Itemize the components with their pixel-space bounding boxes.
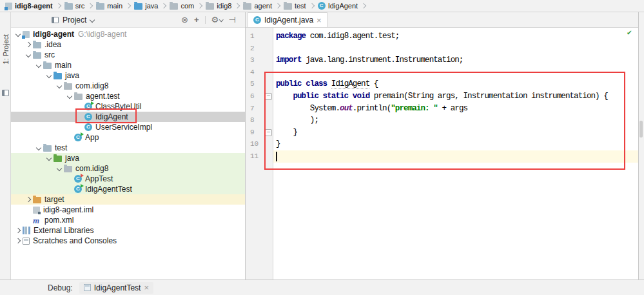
tree-toggle[interactable] bbox=[44, 74, 54, 77]
breadcrumb-item-label: test bbox=[295, 2, 306, 10]
tree-item-idigagent[interactable]: IdigAgent bbox=[11, 112, 245, 122]
class-icon bbox=[74, 175, 82, 183]
tree-toggle[interactable] bbox=[34, 63, 43, 67]
tree-item-main[interactable]: main bbox=[11, 60, 245, 70]
tree-item-label: .idea bbox=[44, 40, 61, 49]
code-token: java.lang.instrument.Instrumentation; bbox=[302, 56, 463, 65]
tree-item-apptest[interactable]: AppTest bbox=[11, 174, 245, 184]
breadcrumb-item-agent[interactable]: agent bbox=[242, 2, 273, 10]
tree-item-com-idig8[interactable]: com.idig8 bbox=[11, 81, 245, 91]
hide-panel-icon[interactable]: ⊣ bbox=[229, 15, 236, 24]
code-token: } bbox=[276, 128, 297, 137]
tree-item-hint: G:\idig8-agent bbox=[78, 30, 126, 39]
code-token: public static void bbox=[293, 92, 369, 101]
line-number-filler bbox=[246, 163, 264, 280]
tree-item-pom-xml[interactable]: pom.xml bbox=[11, 215, 245, 225]
code-token: out bbox=[340, 104, 353, 113]
breadcrumb-item-test[interactable]: test bbox=[282, 2, 307, 10]
scratches-icon bbox=[23, 238, 30, 245]
settings-icon[interactable]: ⚙ bbox=[211, 15, 223, 24]
code-token: "premain: " bbox=[391, 104, 438, 113]
tree-toggle[interactable] bbox=[24, 198, 33, 201]
fold-gutter bbox=[264, 66, 273, 79]
tree-item-scratches-and-consoles[interactable]: Scratches and Consoles bbox=[11, 236, 245, 246]
tree-toggle[interactable] bbox=[55, 84, 64, 88]
tree-toggle[interactable] bbox=[55, 167, 64, 170]
fold-gutter bbox=[264, 114, 273, 127]
breadcrumb-item-com[interactable]: com bbox=[168, 2, 195, 10]
iml-icon bbox=[33, 207, 40, 214]
breadcrumb-item-main[interactable]: main bbox=[95, 2, 124, 10]
tree-item-userserviceimpl[interactable]: UserServiceImpl bbox=[11, 122, 245, 132]
tree-item-label: App bbox=[85, 133, 99, 142]
text-caret bbox=[276, 152, 277, 161]
fold-gutter bbox=[264, 90, 273, 103]
tree-item-label: ClassByteUtil bbox=[95, 102, 141, 111]
tree-toggle[interactable] bbox=[14, 229, 23, 232]
debug-tab-idigagenttest[interactable]: IdigAgentTest × bbox=[79, 282, 153, 294]
fold-marker-icon[interactable] bbox=[265, 93, 272, 100]
locate-file-icon[interactable]: + bbox=[194, 15, 199, 24]
breadcrumb-item-idig8-agent[interactable]: idig8-agent bbox=[4, 2, 54, 10]
tree-item-java[interactable]: java bbox=[11, 70, 245, 81]
tree-item-target[interactable]: target bbox=[11, 194, 245, 205]
breadcrumb-item-idigagent[interactable]: IdigAgent bbox=[317, 2, 359, 10]
scrollbar-thumb[interactable] bbox=[639, 121, 643, 137]
tree-item-label: idig8-agent.iml bbox=[43, 205, 93, 214]
debug-bar-label: Debug: bbox=[48, 283, 73, 292]
collapse-all-icon[interactable]: ⊗ bbox=[181, 15, 188, 24]
code-text: } bbox=[273, 127, 638, 139]
project-view-selector[interactable]: Project bbox=[52, 15, 94, 25]
tree-toggle[interactable] bbox=[14, 239, 23, 243]
tree-toggle[interactable] bbox=[24, 43, 33, 46]
module-icon bbox=[5, 3, 12, 10]
package-icon bbox=[170, 3, 178, 10]
tool-window-button-label: 1: Project bbox=[2, 34, 10, 64]
package-icon bbox=[64, 83, 72, 90]
breadcrumb-item-src[interactable]: src bbox=[63, 2, 86, 10]
chevron-right-icon bbox=[15, 228, 21, 233]
tree-toggle[interactable] bbox=[44, 156, 54, 160]
inspections-ok-icon[interactable]: ✔ bbox=[627, 28, 632, 37]
tree-toggle[interactable] bbox=[14, 32, 23, 36]
code-text: public class IdigAgent { bbox=[273, 78, 638, 90]
tree-toggle[interactable] bbox=[34, 146, 43, 150]
code-line: 3import java.lang.instrument.Instrumenta… bbox=[246, 54, 638, 66]
tree-item-idigagenttest[interactable]: IdigAgentTest bbox=[11, 184, 245, 194]
tree-toggle[interactable] bbox=[65, 94, 74, 98]
tree-item-idig8-agent[interactable]: idig8-agentG:\idig8-agent bbox=[11, 29, 245, 39]
tree-toggle[interactable] bbox=[24, 53, 33, 57]
tree-item-idig8-agent-iml[interactable]: idig8-agent.iml bbox=[11, 205, 245, 215]
tree-item-agent-test[interactable]: agent.test bbox=[11, 91, 245, 101]
line-number: 11 bbox=[246, 150, 264, 163]
chevron-down-icon bbox=[36, 145, 41, 150]
tree-item-src[interactable]: src bbox=[11, 50, 245, 60]
tree-item-label: target bbox=[44, 195, 64, 204]
fold-marker-icon[interactable] bbox=[265, 129, 272, 136]
project-header-toolbar: ⊗ + ⚙ ⊣ bbox=[181, 15, 236, 24]
code-token bbox=[327, 79, 331, 88]
tree-item-classbyteutil[interactable]: ClassByteUtil bbox=[11, 101, 245, 112]
editor-tab-idigagent-java[interactable]: IdigAgent.java × bbox=[248, 12, 327, 27]
tree-item-java[interactable]: java bbox=[11, 153, 245, 163]
tree-item-com-idig8[interactable]: com.idig8 bbox=[11, 163, 245, 174]
tool-window-button-project[interactable]: 1: Project bbox=[0, 34, 11, 66]
class-icon bbox=[74, 185, 82, 193]
project-panel-header: Project ⊗ + ⚙ ⊣ bbox=[11, 12, 245, 28]
chevron-right-icon bbox=[26, 42, 31, 47]
breadcrumb-separator-icon bbox=[361, 3, 366, 8]
breadcrumb-item-idig8[interactable]: idig8 bbox=[204, 2, 233, 10]
breadcrumb: idig8-agentsrcmainjavacomidig8agenttestI… bbox=[0, 0, 644, 12]
tree-item-external-libraries[interactable]: External Libraries bbox=[11, 225, 245, 236]
class-icon bbox=[84, 103, 92, 110]
tree-item-idea[interactable]: .idea bbox=[11, 39, 245, 50]
close-icon[interactable]: × bbox=[317, 16, 322, 25]
tree-item-test[interactable]: test bbox=[11, 143, 245, 153]
fold-gutter bbox=[264, 150, 273, 163]
class-icon bbox=[253, 16, 261, 24]
close-icon[interactable]: × bbox=[144, 283, 149, 292]
code-editor[interactable]: 1package com.idig8.agent.test;23import j… bbox=[246, 28, 638, 280]
code-token: public class bbox=[276, 79, 327, 88]
tree-item-app[interactable]: App bbox=[11, 132, 245, 143]
breadcrumb-item-java[interactable]: java bbox=[133, 2, 159, 10]
